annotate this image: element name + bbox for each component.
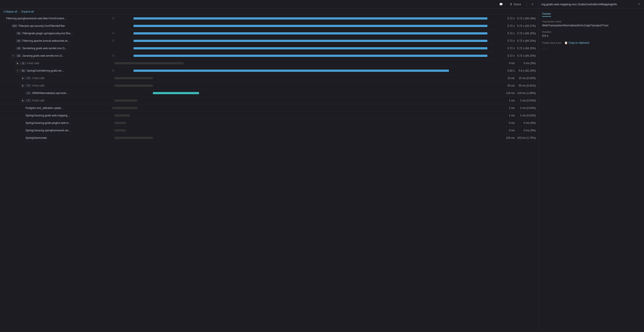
trace-time: 5.72 s [499, 39, 516, 42]
collapse-all-link[interactable]: Collapse all [4, 10, 17, 13]
collapse-button[interactable]: ▾ [16, 69, 19, 72]
trace-time: 5.72 s [499, 54, 516, 57]
copy-to-clipboard-button[interactable]: 📋 Copy to clipboard [563, 41, 590, 45]
trace-pct: 103 ms (1.70%) [516, 136, 538, 140]
trace-pct: 0 ms (0%) [516, 121, 538, 125]
row-badge: 7 [26, 77, 31, 80]
trace-bar [114, 62, 184, 64]
row-label: 9 fast calls [32, 99, 45, 102]
row-badge: 7 [26, 99, 31, 102]
row-label: Filter/org.apache.tomcat.websocket.se… [22, 39, 110, 42]
partial-stack-label: Partial stack trace [542, 41, 561, 44]
trace-time: 0 ms [499, 121, 516, 125]
right-panel-body: Details Transaction name WebTransaction/… [539, 8, 644, 332]
row-icon: ☰ [112, 107, 114, 109]
table-row[interactable]: Spring/Java/org.springframework.we…0 ms0… [0, 127, 538, 134]
table-row[interactable]: 45Filter/grails.plugin.springsecurity.re… [0, 30, 538, 37]
table-row[interactable]: Filter/org.springframework.web.filter.Fo… [0, 15, 538, 22]
trace-bar [114, 114, 130, 117]
clipboard-icon: 📋 [564, 41, 568, 44]
comment-button[interactable]: 💬 [498, 2, 504, 7]
table-row[interactable]: 4ORM/Hibernate/priz.api.tools…119 ms119 … [0, 89, 538, 97]
trace-time: 5.72 s [499, 32, 516, 35]
trace-bar [114, 107, 138, 109]
trace-time: 55 ms [499, 84, 516, 87]
collapse-button[interactable]: ▾ [12, 54, 15, 57]
trace-time: 15 ms [499, 77, 516, 80]
table-row[interactable]: Spring/Java/org.grails.plugins.web.in…0 … [0, 119, 538, 127]
expand-button[interactable]: ▶ [21, 76, 25, 80]
copy-to-clipboard-label: Copy to clipboard [568, 41, 589, 44]
trace-container: Filter/org.springframework.web.filter.Fo… [0, 15, 538, 332]
trace-pct: 5.72 s (94.15%) [516, 32, 538, 35]
trace-time: 1 ms [499, 114, 516, 117]
table-row[interactable]: 44Filter/org.apache.tomcat.websocket.se…… [0, 37, 538, 45]
expand-all-link[interactable]: Expand all [21, 10, 34, 13]
table-row[interactable]: ▶79 fast calls1 ms1 ms (0.02%) [0, 97, 538, 104]
duration-value: 5.6 s [542, 34, 640, 37]
partial-stack-section: Partial stack trace 📋 Copy to clipboard … [542, 41, 640, 50]
row-badge: 187 [12, 24, 18, 27]
row-label: Filter/grails.plugin.springsecurity.rest… [22, 32, 110, 35]
table-row[interactable]: ▾42Java/org.grails.web.servlet.mvc.G…☰5.… [0, 52, 538, 59]
table-row[interactable]: ▶75 fast calls15 ms15 ms (0.25%) [0, 74, 538, 82]
trace-bar-area [114, 22, 499, 29]
trace-bar-area [114, 97, 499, 104]
trace-time: 0 ms [499, 62, 516, 65]
trace-pct: 1 ms (0.02%) [516, 114, 538, 117]
collapse-separator: | [19, 10, 20, 13]
table-row[interactable]: Postgres tool_utilization updat…☰2 ms2 m… [0, 104, 538, 112]
row-label: SpringController/org.grails.we… [27, 69, 110, 72]
trace-pct: 5.6 s (92.19%) [516, 69, 538, 72]
table-row[interactable]: SpringView/create103 ms103 ms (1.70%) [0, 134, 538, 142]
trace-pct: 1 ms (0.02%) [516, 99, 538, 102]
table-row[interactable]: 43Servlet/org.grails.web.servlet.mvc.G…5… [0, 45, 538, 52]
right-panel-close-button[interactable]: × [637, 2, 641, 6]
partial-stack-header: Partial stack trace 📋 Copy to clipboard [542, 41, 640, 45]
main-close-button[interactable]: × [530, 2, 535, 7]
trace-bar-area [114, 67, 499, 74]
trace-pct: 119 ms (1.96%) [516, 92, 538, 95]
trace-pct: 55 ms (0.91%) [516, 84, 538, 87]
share-button[interactable]: ⬆ Share [508, 2, 523, 7]
trace-bar-area [114, 89, 499, 97]
row-label: Spring/Java/org.grails.web.mapping… [26, 114, 114, 117]
trace-bar-area [114, 104, 499, 112]
row-icon: ☰ [112, 17, 114, 20]
expand-button[interactable]: ▶ [16, 61, 19, 65]
trace-bar [134, 47, 487, 49]
trace-bar-area [114, 112, 499, 119]
row-label: Servlet/org.grails.web.servlet.mvc.G… [22, 47, 114, 50]
table-row[interactable]: Spring/Java/org.grails.web.mapping…1 ms1… [0, 112, 538, 119]
table-row[interactable]: ▶74 fast calls55 ms55 ms (0.91%) [0, 82, 538, 89]
trace-bar [114, 77, 153, 79]
row-badge: 4 [26, 92, 31, 95]
details-tab[interactable]: Details [542, 12, 551, 17]
trace-bar-area [114, 134, 499, 141]
trace-time: 5.72 s [499, 17, 516, 20]
trace-time: 5.72 s [499, 24, 516, 27]
trace-pct: 5.72 s (94.15%) [516, 39, 538, 42]
trace-bar-area [114, 82, 499, 89]
row-label: 4 fast calls [32, 84, 45, 87]
row-badge: 44 [16, 39, 22, 42]
trace-bar-area [114, 45, 499, 52]
row-badge: 43 [16, 47, 22, 50]
trace-bar [153, 92, 199, 94]
trace-bar-area [114, 52, 499, 59]
right-panel: org.grails.web.mapping.mvc.GrailsControl… [538, 0, 644, 332]
trace-time: 2 ms [499, 107, 516, 110]
expand-button[interactable]: ▶ [21, 99, 25, 102]
table-row[interactable]: ▾30SpringController/org.grails.we…☰5.60 … [0, 67, 538, 74]
row-label: 5 fast calls [32, 77, 45, 80]
trace-pct: 5.72 s (94.15%) [516, 47, 538, 50]
trace-bar [114, 129, 126, 132]
row-badge: 7 [26, 84, 31, 87]
trace-bar [134, 25, 487, 27]
row-badge: 30 [20, 69, 26, 72]
duration-section: Duration 5.6 s [542, 30, 640, 37]
expand-button[interactable]: ▶ [21, 84, 25, 87]
table-row[interactable]: ▶34 fast calls0 ms0 ms (0%) [0, 59, 538, 67]
table-row[interactable]: 187Filter/priz.api.security.CorsFilter/d… [0, 22, 538, 30]
trace-bar-area [114, 74, 499, 82]
